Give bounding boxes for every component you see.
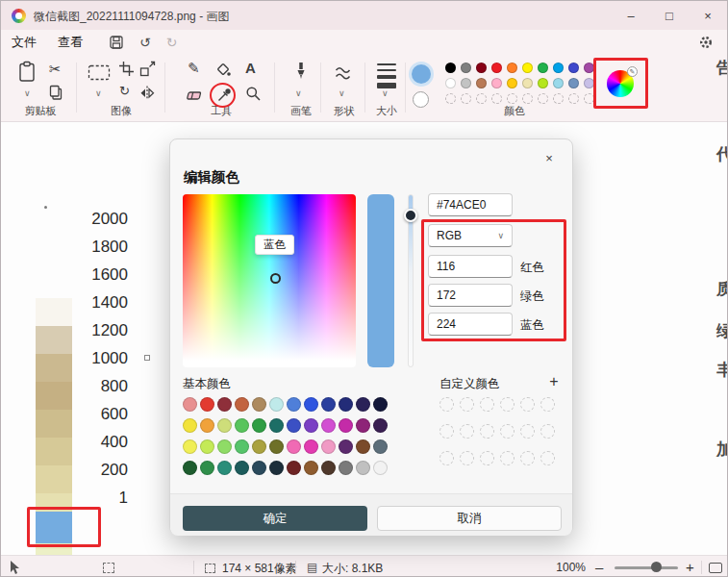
color-swatch[interactable] — [568, 63, 579, 73]
color-swatch[interactable] — [287, 461, 301, 475]
color-swatch[interactable] — [235, 461, 249, 475]
color-swatch[interactable] — [339, 461, 353, 475]
shapes-icon[interactable] — [335, 65, 353, 81]
color-swatch[interactable] — [321, 439, 336, 454]
color-swatch[interactable] — [287, 397, 301, 412]
empty-color-slot[interactable] — [439, 451, 454, 465]
chevron-down-icon[interactable]: ∨ — [95, 89, 102, 98]
color-swatch[interactable] — [217, 461, 232, 475]
brush-icon[interactable] — [292, 61, 310, 82]
color-swatch[interactable] — [252, 418, 266, 433]
hex-input[interactable] — [428, 193, 513, 216]
color-swatch[interactable] — [476, 78, 487, 88]
color-swatch[interactable] — [200, 439, 214, 454]
empty-color-slot[interactable] — [500, 451, 515, 465]
menu-view[interactable]: 查看 — [47, 34, 93, 51]
color-swatch[interactable] — [339, 439, 353, 454]
color-swatch[interactable] — [507, 78, 517, 88]
canvas-resize-handle[interactable] — [144, 355, 150, 361]
empty-color-slot[interactable] — [500, 424, 515, 439]
color-swatch[interactable] — [235, 397, 249, 412]
rotate-icon[interactable]: ↻ — [119, 84, 130, 99]
magnifier-icon[interactable] — [245, 86, 262, 102]
empty-color-slot[interactable] — [460, 451, 474, 465]
empty-color-slot[interactable] — [491, 93, 502, 104]
color-swatch[interactable] — [373, 397, 388, 412]
pencil-icon[interactable]: ✎ — [188, 61, 200, 76]
color-swatch[interactable] — [356, 461, 370, 475]
zoom-slider-track[interactable] — [615, 566, 678, 569]
empty-color-slot[interactable] — [461, 93, 471, 104]
color-swatch[interactable] — [183, 397, 197, 412]
empty-color-slot[interactable] — [520, 424, 535, 439]
color-swatch[interactable] — [445, 78, 456, 88]
color-swatch[interactable] — [584, 63, 594, 73]
add-custom-color-button[interactable]: + — [544, 372, 564, 391]
ok-button[interactable]: 确定 — [183, 506, 367, 531]
save-icon[interactable] — [109, 35, 124, 50]
empty-color-slot[interactable] — [540, 451, 555, 465]
empty-color-slot[interactable] — [439, 397, 454, 412]
color2-swatch[interactable] — [413, 91, 429, 108]
color-swatch[interactable] — [522, 78, 533, 88]
empty-color-slot[interactable] — [480, 424, 494, 439]
color-swatch[interactable] — [321, 397, 336, 412]
red-input[interactable] — [428, 255, 513, 278]
menu-file[interactable]: 文件 — [1, 34, 47, 51]
color-swatch[interactable] — [269, 439, 284, 454]
empty-color-slot[interactable] — [507, 93, 517, 104]
empty-color-slot[interactable] — [540, 424, 555, 439]
color-picker-marker[interactable] — [270, 273, 281, 284]
fill-bucket-icon[interactable] — [214, 61, 232, 78]
eyedropper-icon[interactable] — [216, 87, 233, 103]
empty-color-slot[interactable] — [522, 93, 533, 104]
empty-color-slot[interactable] — [439, 424, 454, 439]
color-swatch[interactable] — [339, 397, 353, 412]
color-swatch[interactable] — [356, 439, 370, 454]
redo-icon[interactable]: ↻ — [166, 35, 178, 50]
color-swatch[interactable] — [461, 78, 471, 88]
zoom-in-button[interactable]: + — [686, 559, 694, 575]
color-swatch[interactable] — [304, 418, 318, 433]
chevron-down-icon[interactable]: ∨ — [382, 89, 389, 98]
paste-icon[interactable] — [18, 61, 36, 83]
color-swatch[interactable] — [304, 397, 318, 412]
empty-color-slot[interactable] — [480, 397, 494, 412]
empty-color-slot[interactable] — [476, 93, 487, 104]
color-swatch[interactable] — [269, 397, 284, 412]
crop-icon[interactable] — [118, 61, 135, 77]
green-input[interactable] — [428, 284, 513, 307]
color-swatch[interactable] — [321, 418, 336, 433]
color-swatch[interactable] — [373, 418, 388, 433]
settings-gear-icon[interactable] — [698, 35, 714, 50]
color-mode-select[interactable]: RGB ∨ — [428, 224, 513, 247]
flip-icon[interactable] — [139, 85, 155, 100]
color-swatch[interactable] — [568, 78, 579, 88]
select-icon[interactable] — [88, 64, 111, 81]
fit-to-window-icon[interactable] — [709, 563, 722, 573]
zoom-out-button[interactable]: – — [595, 559, 603, 575]
empty-color-slot[interactable] — [460, 424, 474, 439]
color-swatch[interactable] — [183, 418, 197, 433]
zoom-slider-handle[interactable] — [651, 562, 662, 572]
color-swatch[interactable] — [445, 63, 456, 73]
empty-color-slot[interactable] — [445, 93, 456, 104]
color-swatch[interactable] — [217, 397, 232, 412]
color-swatch[interactable] — [356, 418, 370, 433]
color-swatch[interactable] — [507, 63, 517, 73]
color1-swatch[interactable] — [412, 64, 431, 84]
empty-color-slot[interactable] — [500, 397, 515, 412]
hue-saturation-picker[interactable]: 蓝色 — [183, 194, 356, 367]
color-swatch[interactable] — [356, 397, 370, 412]
empty-color-slot[interactable] — [520, 451, 535, 465]
copy-icon[interactable] — [48, 85, 63, 100]
color-swatch[interactable] — [183, 439, 197, 454]
color-swatch[interactable] — [252, 461, 266, 475]
color-swatch[interactable] — [200, 418, 214, 433]
cut-icon[interactable]: ✂ — [49, 62, 62, 77]
value-slider-handle[interactable] — [404, 209, 417, 222]
color-swatch[interactable] — [553, 63, 564, 73]
color-swatch[interactable] — [373, 461, 388, 475]
cancel-button[interactable]: 取消 — [377, 506, 562, 531]
color-swatch[interactable] — [252, 439, 266, 454]
